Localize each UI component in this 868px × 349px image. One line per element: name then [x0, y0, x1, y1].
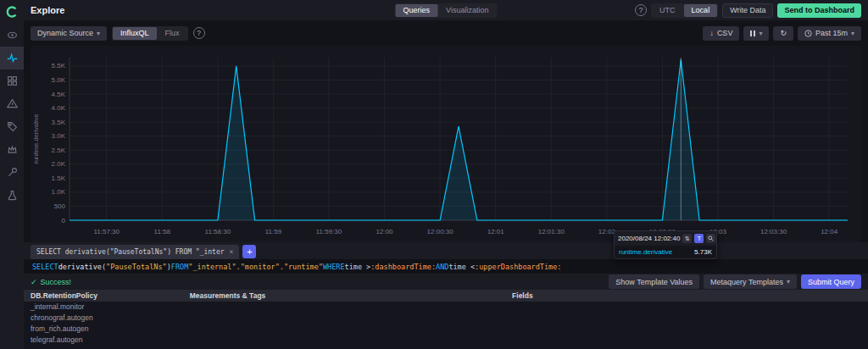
main-area: Explore Queries Visualization ? UTC Loca…	[24, 0, 868, 349]
sidebar-item-influxdb-admin[interactable]	[0, 184, 24, 207]
svg-text:500: 500	[54, 202, 66, 210]
column-db-retention-policy: DB.RetentionPolicy	[31, 291, 190, 300]
query-token: SELECT	[32, 263, 58, 271]
crown-icon	[7, 144, 18, 155]
svg-text:4.5K: 4.5K	[52, 91, 66, 98]
time-range-dropdown[interactable]: Past 15m ▾	[798, 26, 861, 41]
svg-text:4.0K: 4.0K	[52, 104, 66, 112]
chevron-down-icon: ▾	[97, 30, 100, 37]
timezone-toggle: UTC Local	[651, 3, 718, 18]
source-dropdown[interactable]: Dynamic Source ▾	[31, 26, 107, 41]
metaquery-templates-dropdown[interactable]: Metaquery Templates ▾	[704, 274, 797, 289]
chart-tooltip: 2020/08/24 12:02:40 ⇅ T runtime.derivati…	[614, 230, 717, 259]
svg-text:3.5K: 3.5K	[52, 119, 66, 126]
chart-panel: 05001.0K1.5K2.0K2.5K3.0K3.5K4.0K4.5K5.0K…	[31, 46, 861, 242]
time-series-chart[interactable]: 05001.0K1.5K2.0K2.5K3.0K3.5K4.0K4.5K5.0K…	[31, 49, 861, 239]
manual-refresh-button[interactable]: ↻	[773, 26, 793, 41]
query-token: :dashboardTime:	[370, 263, 436, 271]
write-data-button[interactable]: Write Data	[722, 3, 773, 18]
refresh-icon: ↻	[780, 29, 787, 37]
csv-download-button[interactable]: ↓ CSV	[703, 26, 739, 41]
close-icon[interactable]: ×	[230, 248, 234, 256]
influxql-button[interactable]: InfluxQL	[113, 27, 157, 40]
chronograf-logo[interactable]	[0, 0, 24, 24]
send-to-dashboard-button[interactable]: Send to Dashboard	[777, 3, 861, 18]
table-row[interactable]: chronograf.autogen	[24, 313, 868, 324]
column-fields: Fields	[512, 291, 868, 300]
sort-icon[interactable]: ⇅	[682, 234, 692, 243]
header-actions: ? UTC Local Write Data Send to Dashboard	[635, 3, 861, 18]
sidebar-item-host-list[interactable]	[0, 24, 24, 47]
svg-text:1.5K: 1.5K	[52, 174, 66, 182]
sidebar-item-admin[interactable]	[0, 138, 24, 161]
query-token: :upperDashboardTime:	[475, 263, 561, 271]
check-icon: ✓	[31, 278, 37, 286]
tab-visualization[interactable]: Visualization	[438, 4, 496, 17]
query-token: derivative	[58, 263, 102, 271]
page-title: Explore	[31, 5, 64, 15]
metaquery-templates-label: Metaquery Templates	[710, 278, 783, 286]
svg-text:11:59:30: 11:59:30	[316, 228, 342, 235]
query-status: ✓ Success!	[31, 278, 71, 286]
time-range-label: Past 15m	[815, 29, 848, 37]
query-status-bar: ✓ Success! Show Template Values Metaquer…	[24, 274, 868, 290]
pulse-graph-icon	[7, 53, 18, 64]
schema-table-header: DB.RetentionPolicy Measurements & Tags F…	[24, 290, 868, 302]
eye-icon	[7, 30, 18, 41]
schema-table-body: _internal.monitorchronograf.autogenfrom_…	[24, 302, 868, 349]
toolbar-right: ↓ CSV ▾ ↻ Past 15m ▾	[703, 26, 861, 41]
sidebar-item-configuration[interactable]	[0, 161, 24, 184]
table-row[interactable]: telegraf.autogen	[24, 335, 868, 346]
add-query-button[interactable]: +	[242, 245, 256, 258]
sidebar-item-data-explorer[interactable]	[0, 47, 24, 69]
svg-text:12:00: 12:00	[376, 228, 394, 235]
tz-utc-button[interactable]: UTC	[652, 4, 683, 17]
column-measurements-tags: Measurements & Tags	[190, 291, 512, 300]
query-tab-label: SELECT derivative("PauseTotalNs") FROM "…	[36, 248, 225, 256]
show-template-values-button[interactable]: Show Template Values	[609, 274, 699, 289]
svg-text:11:57:30: 11:57:30	[93, 228, 120, 235]
svg-text:11:58:30: 11:58:30	[205, 228, 231, 235]
query-token: "PauseTotalNs"	[106, 263, 167, 271]
sidebar-item-alerting[interactable]	[0, 92, 24, 115]
svg-text:5.5K: 5.5K	[52, 62, 66, 69]
chevron-down-icon: ▾	[787, 278, 790, 285]
svg-text:12:04: 12:04	[821, 228, 838, 235]
query-tab[interactable]: SELECT derivative("PauseTotalNs") FROM "…	[31, 245, 239, 259]
language-help-icon[interactable]: ?	[193, 27, 205, 39]
template-icon[interactable]: T	[694, 234, 704, 243]
svg-text:runtime.derivative: runtime.derivative	[32, 114, 40, 163]
query-editor[interactable]: SELECT derivative("PauseTotalNs") FROM "…	[24, 259, 868, 274]
table-row[interactable]: from_rich.autogen	[24, 324, 868, 335]
tab-queries[interactable]: Queries	[396, 4, 438, 17]
dashboards-grid-icon	[7, 75, 18, 86]
submit-query-button[interactable]: Submit Query	[801, 274, 861, 289]
view-toggle: Queries Visualization	[395, 3, 498, 18]
svg-text:12:01:30: 12:01:30	[538, 228, 565, 235]
wrench-icon	[7, 167, 18, 178]
svg-text:12:03:30: 12:03:30	[760, 228, 787, 235]
svg-text:11:58: 11:58	[154, 228, 171, 235]
query-language-toggle: InfluxQL Flux	[112, 26, 188, 41]
table-row[interactable]: _internal.monitor	[24, 302, 868, 313]
sidebar	[0, 0, 24, 349]
tz-local-button[interactable]: Local	[684, 4, 718, 17]
pause-icon	[750, 30, 755, 36]
explore-toolbar: Dynamic Source ▾ InfluxQL Flux ? ↓ CSV ▾…	[24, 20, 868, 46]
clock-icon	[804, 30, 812, 37]
flux-button[interactable]: Flux	[158, 27, 187, 40]
search-icon[interactable]	[706, 234, 715, 243]
svg-text:2.0K: 2.0K	[52, 160, 66, 168]
tooltip-series-name: runtime.derivative	[619, 248, 672, 256]
query-status-text: Success!	[41, 278, 72, 286]
alert-triangle-icon	[7, 98, 18, 109]
svg-text:1.0K: 1.0K	[52, 188, 66, 196]
query-token: time >	[345, 263, 371, 271]
sidebar-item-dashboards[interactable]	[0, 69, 24, 92]
autorefresh-dropdown[interactable]: ▾	[743, 26, 769, 41]
help-icon[interactable]: ?	[635, 4, 647, 16]
svg-text:0: 0	[62, 217, 66, 224]
svg-text:12:01: 12:01	[487, 228, 505, 235]
sidebar-item-log-viewer[interactable]	[0, 115, 24, 138]
chevron-down-icon: ▾	[851, 30, 854, 37]
